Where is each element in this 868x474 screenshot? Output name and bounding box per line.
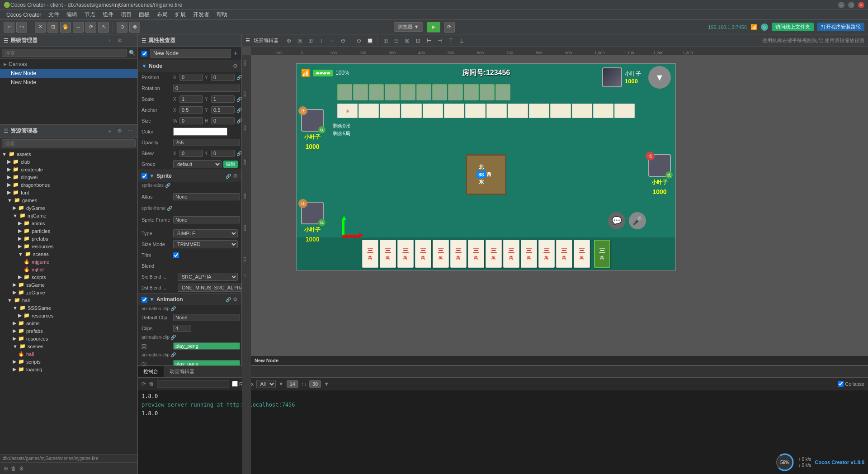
toolbar-btn-5[interactable]: 🖐: [60, 22, 71, 33]
scene-tb-10[interactable]: ⊟: [392, 36, 401, 46]
asset-zdgame[interactable]: ▶ 📁 zdGame: [0, 289, 137, 296]
console-icon-3[interactable]: ▼: [324, 381, 329, 387]
arrow-button[interactable]: ▼: [648, 66, 671, 89]
toolbar-btn-9[interactable]: ⊙: [117, 22, 127, 33]
asset-btn-3[interactable]: ⚙: [19, 465, 24, 472]
scene-tb-16[interactable]: ⊥: [457, 36, 467, 46]
menu-cocos[interactable]: Cocos Creator: [3, 11, 45, 19]
asset-search-input[interactable]: [2, 139, 136, 147]
minimize-button[interactable]: –: [838, 2, 844, 8]
node-new-node-1[interactable]: New Node: [0, 69, 137, 78]
console-clear-icon[interactable]: 🗑: [149, 381, 154, 387]
asset-anims[interactable]: ▶ 📁 anims: [0, 219, 137, 227]
group-select[interactable]: default: [173, 160, 222, 168]
size-h-input[interactable]: [211, 117, 235, 124]
console-icon-1[interactable]: ▼: [278, 381, 284, 387]
sprite-section-header[interactable]: ▼ Sprite 🔗 ⚙: [138, 170, 241, 182]
console-level-select[interactable]: All: [256, 380, 276, 388]
scale-y-input[interactable]: [211, 95, 235, 103]
open-install-button[interactable]: 打开程序安装路径: [817, 23, 864, 31]
sprite-enabled[interactable]: [142, 173, 147, 179]
asset-sssgame[interactable]: ▼ 📁 SSSGame: [0, 304, 137, 312]
scene-tb-1[interactable]: ⊕: [284, 36, 294, 46]
position-y-input[interactable]: [211, 74, 235, 81]
sprite-frame-input[interactable]: [173, 216, 240, 223]
add-component-button[interactable]: +: [234, 49, 238, 57]
size-mode-select[interactable]: TRIMMED: [173, 240, 238, 248]
menu-help[interactable]: 帮助: [213, 10, 231, 19]
default-clip-input[interactable]: [173, 314, 240, 321]
animation-enabled[interactable]: [142, 297, 147, 303]
scene-tb-13[interactable]: ⊢: [424, 36, 434, 46]
rotation-input[interactable]: [173, 85, 240, 92]
scene-tb-11[interactable]: ⊠: [402, 36, 412, 46]
node-section-header[interactable]: ▼ Node ⚙: [138, 60, 241, 72]
maximize-button[interactable]: □: [848, 2, 854, 8]
asset-manager-settings[interactable]: ⚙: [116, 127, 124, 135]
line-height-btn[interactable]: 30: [309, 380, 321, 388]
toolbar-btn-7[interactable]: ⟳: [85, 22, 96, 33]
type-select[interactable]: SIMPLE: [173, 229, 238, 237]
sprite-section-settings[interactable]: ⚙: [233, 173, 238, 179]
asset-manager-more[interactable]: ⋯: [126, 127, 134, 135]
scene-tb-5[interactable]: ↔: [327, 36, 337, 46]
clip-0-input[interactable]: [173, 342, 240, 350]
toolbar-btn-4[interactable]: ⊞: [47, 22, 58, 33]
node-section-settings[interactable]: ⚙: [233, 63, 238, 69]
position-x-input[interactable]: [179, 74, 203, 81]
regex-checkbox[interactable]: [232, 381, 238, 387]
toolbar-btn-3[interactable]: ✕: [35, 22, 46, 33]
opacity-input[interactable]: [173, 139, 240, 146]
asset-hall-scripts[interactable]: ▶ 📁 scripts: [0, 358, 137, 365]
menu-extend[interactable]: 扩展: [171, 10, 189, 19]
asset-font[interactable]: ▶ 📁 font: [0, 189, 137, 196]
scene-tb-4[interactable]: ↕: [316, 36, 326, 46]
scene-tb-2[interactable]: ◎: [295, 36, 305, 46]
asset-dragonbones[interactable]: ▶ 📁 dragonbones: [0, 181, 137, 189]
trim-checkbox[interactable]: [173, 252, 179, 258]
menu-dev[interactable]: 开发者: [189, 10, 213, 19]
scene-tb-14[interactable]: ⊣: [435, 36, 445, 46]
asset-hall-scene[interactable]: 🔥 hall: [0, 350, 137, 358]
asset-sssgame-resources[interactable]: ▶ 📁 resources: [0, 312, 137, 319]
asset-createrole[interactable]: ▶ 📁 createrole: [0, 166, 137, 173]
color-picker[interactable]: [173, 128, 227, 136]
src-blend-select[interactable]: SRC_ALPHA: [178, 273, 238, 281]
node-new-node-2[interactable]: New Node: [0, 78, 137, 87]
menu-layout[interactable]: 布局: [153, 10, 171, 19]
asset-prefabs[interactable]: ▶ 📁 prefabs: [0, 235, 137, 242]
asset-particles[interactable]: ▶ 📁 particles: [0, 227, 137, 235]
node-manager-settings[interactable]: ⚙: [116, 37, 124, 45]
scene-tb-7[interactable]: ⊙: [354, 36, 364, 46]
add-node-button[interactable]: +: [106, 37, 114, 45]
console-tab-anim[interactable]: 动画编辑器: [164, 366, 200, 377]
menu-project[interactable]: 项目: [117, 10, 135, 19]
asset-hall-prefabs[interactable]: ▶ 📁 prefabs: [0, 327, 137, 335]
dst-blend-select[interactable]: ONE_MINUS_SRC_ALPHA: [178, 284, 242, 292]
browser-selector[interactable]: 浏览器 ▼: [394, 22, 423, 32]
animation-section-settings[interactable]: ⚙: [233, 296, 238, 303]
node-enabled-checkbox[interactable]: [142, 51, 147, 57]
node-manager-more[interactable]: ⋯: [126, 37, 134, 45]
scene-tb-15[interactable]: ⊤: [446, 36, 456, 46]
chat-button[interactable]: 💬: [608, 212, 625, 229]
asset-mjgame-folder[interactable]: ▼ 📁 mjGame: [0, 212, 137, 219]
asset-scripts[interactable]: ▶ 📁 scripts: [0, 273, 137, 281]
asset-dingwei[interactable]: ▶ 📁 dingwei: [0, 173, 137, 181]
menu-panel[interactable]: 面板: [135, 10, 153, 19]
atlas-input[interactable]: [173, 193, 240, 200]
toolbar-btn-6[interactable]: ↔: [73, 22, 84, 33]
toolbar-btn-10[interactable]: ⊗: [129, 22, 140, 33]
node-search-icon[interactable]: 🔍: [129, 50, 136, 56]
asset-ssgame[interactable]: ▶ 📁 ssGame: [0, 281, 137, 289]
asset-btn-2[interactable]: 🗑: [11, 465, 16, 472]
asset-hall[interactable]: ▼ 📁 hall: [0, 296, 137, 304]
node-name-input[interactable]: [150, 49, 231, 58]
asset-assets[interactable]: ▼ 📁 assets: [0, 150, 137, 158]
add-asset-button[interactable]: +: [106, 127, 114, 135]
asset-loading[interactable]: ▶ 📁 loading: [0, 365, 137, 373]
skew-x-input[interactable]: [179, 150, 203, 157]
asset-btn-1[interactable]: ⊕: [4, 465, 8, 472]
asset-dygame[interactable]: ▶ 📁 dyGame: [0, 204, 137, 212]
props-more[interactable]: ⋯: [230, 37, 238, 45]
